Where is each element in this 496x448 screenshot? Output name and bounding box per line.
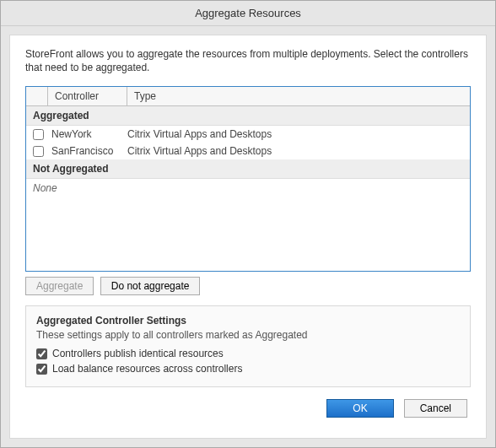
intro-text: StoreFront allows you to aggregate the r…: [25, 47, 471, 74]
row-checkbox[interactable]: [33, 129, 44, 140]
row-checkbox-wrap: [33, 146, 48, 157]
aggregate-buttons: Aggregate Do not aggregate: [25, 277, 471, 295]
identical-resources-checkbox[interactable]: [36, 348, 47, 359]
row-checkbox[interactable]: [33, 146, 44, 157]
aggregate-button[interactable]: Aggregate: [25, 277, 94, 295]
ok-button[interactable]: OK: [326, 399, 393, 418]
header-checkbox-col: [26, 87, 48, 105]
dialog-window: Aggregate Resources StoreFront allows yo…: [0, 0, 496, 448]
setting-identical-resources[interactable]: Controllers publish identical resources: [36, 348, 460, 359]
none-row: None: [26, 179, 470, 197]
row-type: Citrix Virtual Apps and Desktops: [127, 128, 463, 140]
aggregated-controller-settings: Aggregated Controller Settings These set…: [25, 305, 471, 387]
section-aggregated: Aggregated: [26, 106, 470, 126]
row-type: Citrix Virtual Apps and Desktops: [127, 145, 463, 157]
load-balance-checkbox[interactable]: [36, 364, 47, 375]
dialog-footer: OK Cancel: [25, 399, 471, 418]
header-controller[interactable]: Controller: [48, 87, 127, 105]
dialog-body: StoreFront allows you to aggregate the r…: [9, 35, 487, 439]
dialog-title: Aggregate Resources: [1, 1, 495, 26]
row-checkbox-wrap: [33, 129, 48, 140]
row-controller: NewYork: [51, 128, 127, 140]
do-not-aggregate-button[interactable]: Do not aggregate: [100, 277, 201, 295]
table-row[interactable]: NewYork Citrix Virtual Apps and Desktops: [26, 126, 470, 143]
settings-title: Aggregated Controller Settings: [36, 315, 460, 327]
table-row[interactable]: SanFrancisco Citrix Virtual Apps and Des…: [26, 143, 470, 159]
header-type[interactable]: Type: [127, 87, 470, 105]
identical-resources-label: Controllers publish identical resources: [52, 348, 224, 359]
cancel-button[interactable]: Cancel: [404, 399, 467, 418]
table-header-row: Controller Type: [26, 87, 470, 106]
section-not-aggregated: Not Aggregated: [26, 159, 470, 179]
controllers-table: Controller Type Aggregated NewYork Citri…: [25, 86, 471, 272]
setting-load-balance[interactable]: Load balance resources across controller…: [36, 363, 460, 375]
settings-desc: These settings apply to all controllers …: [36, 329, 460, 341]
row-controller: SanFrancisco: [51, 145, 127, 157]
table-body: Aggregated NewYork Citrix Virtual Apps a…: [26, 106, 470, 271]
load-balance-label: Load balance resources across controller…: [52, 363, 242, 375]
